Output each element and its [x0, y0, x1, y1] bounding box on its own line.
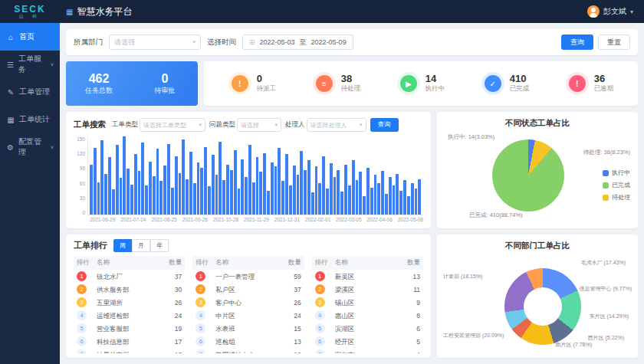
bar: [208, 186, 211, 215]
user-menu[interactable]: 彭文斌 ▾: [587, 5, 644, 18]
bar: [285, 154, 288, 215]
table-row[interactable]: 6科技信息部17: [74, 335, 185, 348]
table-row[interactable]: 6巡检组13: [192, 335, 304, 348]
bar: [215, 175, 219, 215]
bar: [226, 165, 229, 215]
legend-item[interactable]: 待处理: [603, 193, 630, 202]
table-row[interactable]: 2梁溪区11: [312, 283, 423, 296]
issue-type-select[interactable]: 请选择 ▾: [237, 118, 281, 132]
name-cell: 私户区: [215, 285, 282, 294]
x-tick-label: 2021-06-29: [90, 217, 115, 222]
bar: [330, 163, 333, 215]
stat-label: 执行中: [426, 84, 445, 93]
tab-month[interactable]: 月: [132, 239, 150, 252]
name-cell: 一户一表管理: [215, 272, 282, 281]
sidebar-item-3[interactable]: ▦工单统计: [0, 106, 60, 133]
rank-cell: 4: [196, 310, 215, 320]
handler-select[interactable]: 请选择处理人 ▾: [307, 118, 366, 132]
y-tick-label: 90: [80, 166, 85, 171]
order-type-select[interactable]: 请选择工单类型 ▾: [140, 118, 205, 132]
bar: [108, 157, 111, 215]
table-row[interactable]: 5营业客服部19: [74, 322, 185, 335]
name-cell: 运维巡检部: [97, 311, 163, 320]
count-cell: 12: [163, 350, 182, 354]
table-row[interactable]: 6经开区5: [312, 335, 423, 348]
sidebar-item-4[interactable]: ⚙配置管理˅: [0, 133, 60, 161]
bar: [356, 180, 359, 215]
name-cell: 经开区: [335, 337, 402, 346]
date-range-picker[interactable]: ⊞ 2022-05-03 至 2022-05-09: [242, 34, 353, 50]
handler-field: 处理人 请选择处理人 ▾: [285, 118, 366, 132]
dept-filter-label: 所属部门: [74, 38, 103, 48]
bar: [153, 176, 156, 215]
donut-label: 毛湾水厂 (17.43%): [581, 259, 626, 267]
table-row[interactable]: 3锡山区9: [312, 296, 423, 309]
legend-item[interactable]: 执行中: [603, 169, 630, 177]
bar: [123, 136, 126, 215]
tab-year[interactable]: 年: [150, 239, 169, 252]
rank-cell: 1: [77, 271, 97, 281]
reset-button[interactable]: 重置: [598, 34, 630, 50]
table-row[interactable]: 4惠山区8: [312, 309, 423, 322]
date-start[interactable]: 2022-05-03: [260, 38, 295, 46]
table-row[interactable]: 4运维巡检部24: [74, 309, 185, 322]
table-row[interactable]: 3客户中心26: [192, 296, 304, 309]
bar: [171, 188, 174, 215]
y-tick-label: 0: [82, 210, 85, 215]
table-row[interactable]: 1一户一表管理59: [192, 270, 304, 283]
sidebar-item-0[interactable]: ⌂首页: [0, 23, 60, 51]
legend-label: 已完成: [612, 181, 630, 189]
table-row[interactable]: 2私户区37: [192, 283, 304, 296]
order-query-button[interactable]: 查询: [370, 118, 399, 132]
rank-cell: 4: [77, 310, 97, 320]
pie-label-running: 执行中: 14(3.03%): [448, 133, 495, 141]
table-row[interactable]: 1新吴区13: [312, 270, 423, 283]
order-bar-chart: 1501209060300: [74, 136, 423, 215]
bar: [130, 185, 133, 215]
sidebar-item-1[interactable]: ☰工单服务˅: [0, 51, 60, 78]
table-row[interactable]: 7宜兴市4: [312, 348, 423, 353]
bar: [297, 175, 300, 215]
bar: [230, 170, 233, 215]
order-type-label: 工单类型: [112, 120, 138, 130]
search-button[interactable]: 查询: [561, 34, 593, 50]
legend-item[interactable]: 已完成: [603, 181, 630, 189]
legend-swatch: [603, 182, 609, 189]
donut-chart[interactable]: [504, 268, 581, 345]
rank-cell: 4: [315, 310, 335, 320]
count-cell: 6: [402, 324, 420, 333]
date-end[interactable]: 2022-05-09: [311, 38, 347, 46]
sidebar-item-2[interactable]: ✎工单管理: [0, 78, 60, 106]
name-cell: 营业客服部: [97, 324, 163, 333]
table-row[interactable]: 7管网维护中心12: [192, 348, 304, 353]
filter-actions: 查询 重置: [561, 34, 630, 50]
platform-icon: ▦: [66, 8, 73, 16]
rank-cell: 3: [315, 297, 335, 307]
table-row[interactable]: 7计量检定所12: [74, 348, 185, 353]
count-cell: 15: [283, 324, 301, 333]
bar: [344, 165, 347, 215]
bar: [366, 168, 370, 215]
stat-done: ✓ 410 已完成: [481, 72, 530, 95]
table-row[interactable]: 5水表班15: [192, 322, 304, 335]
bar: [300, 151, 303, 215]
tab-week[interactable]: 周: [113, 239, 132, 252]
rank-badge: 2: [315, 284, 325, 294]
pie-label-done: 已完成: 410(88.74%): [469, 212, 523, 219]
bar: [167, 144, 170, 215]
sidebar-item-label: 首页: [19, 31, 34, 42]
x-tick-label: 2021-12-31: [274, 217, 300, 222]
table-row[interactable]: 3五里湖所26: [74, 296, 185, 309]
table-row[interactable]: 2供水服务部30: [74, 283, 185, 296]
donut-label: 西片区 (5.22%): [588, 334, 624, 342]
chevron-down-icon: ˅: [51, 145, 54, 150]
pie-chart[interactable]: [492, 139, 564, 212]
bar: [370, 188, 373, 215]
overdue-icon: !: [566, 72, 589, 95]
rank-cell: 1: [315, 271, 335, 281]
dept-select[interactable]: 请选择 ▾: [109, 34, 201, 50]
count-cell: 19: [163, 324, 182, 333]
table-row[interactable]: 1镇北水厂37: [74, 270, 185, 283]
table-row[interactable]: 4中片区24: [192, 309, 304, 322]
table-row[interactable]: 5滨湖区6: [312, 322, 423, 335]
